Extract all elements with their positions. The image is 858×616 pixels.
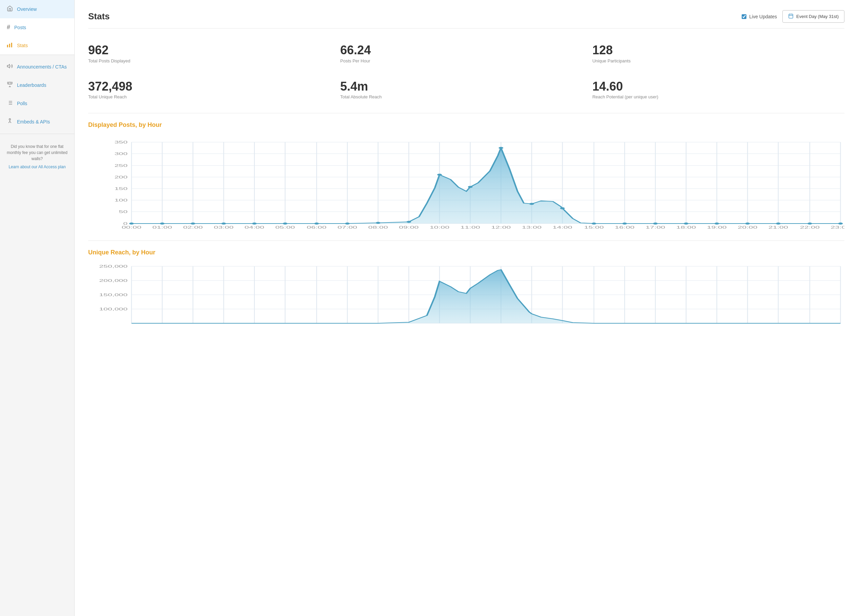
header-controls: Live Updates Event Day (May 31st) [742, 10, 844, 23]
stat-number-total-posts: 962 [88, 44, 330, 57]
live-updates-checkbox[interactable] [742, 14, 746, 19]
sidebar-item-announcements[interactable]: Announcements / CTAs [0, 58, 74, 76]
svg-text:150: 150 [114, 187, 127, 191]
svg-line-12 [8, 121, 10, 123]
polls-icon [7, 100, 13, 107]
svg-point-99 [653, 222, 658, 224]
stat-number-posts-per-hour: 66.24 [340, 44, 582, 57]
stat-number-total-absolute-reach: 5.4m [340, 80, 582, 93]
announcements-icon [7, 63, 13, 70]
svg-point-88 [314, 222, 319, 224]
main-content: Stats Live Updates Event Day (May 31st) … [75, 0, 858, 616]
sidebar-announcements-label: Announcements / CTAs [17, 64, 67, 70]
stat-label-total-posts: Total Posts Displayed [88, 58, 330, 64]
chart2-svg: 250,000 200,000 150,000 100,000 [88, 263, 844, 331]
stat-label-total-unique-reach: Total Unique Reach [88, 94, 330, 100]
sidebar-item-posts[interactable]: # Posts [0, 18, 74, 36]
sidebar-polls-label: Polls [17, 101, 27, 106]
chart-section-2: Unique Reach, by Hour [88, 249, 844, 331]
sidebar-secondary-section: Announcements / CTAs Leaderboards Polls … [0, 55, 74, 177]
live-updates-label[interactable]: Live Updates [742, 14, 777, 19]
stat-total-posts: 962 Total Posts Displayed [88, 37, 340, 70]
event-day-label: Event Day (May 31st) [796, 14, 839, 19]
svg-text:01:00: 01:00 [152, 226, 172, 229]
stat-number-unique-participants: 128 [592, 44, 834, 57]
svg-text:06:00: 06:00 [307, 226, 326, 229]
svg-point-92 [437, 174, 442, 176]
svg-text:20:00: 20:00 [738, 226, 757, 229]
sidebar-item-leaderboards[interactable]: Leaderboards [0, 76, 74, 94]
all-access-link[interactable]: Learn about our All Access plan [7, 164, 67, 170]
svg-text:07:00: 07:00 [337, 226, 357, 229]
svg-text:21:00: 21:00 [768, 226, 788, 229]
svg-text:10:00: 10:00 [430, 226, 449, 229]
svg-text:100,000: 100,000 [99, 307, 127, 311]
svg-point-87 [283, 222, 288, 224]
svg-rect-1 [9, 44, 10, 48]
calendar-icon [788, 13, 794, 20]
stats-icon [7, 42, 13, 49]
sidebar-stats-label: Stats [17, 43, 28, 48]
svg-marker-3 [8, 64, 10, 68]
svg-text:250: 250 [114, 164, 127, 168]
chart-section-1: Displayed Posts, by Hour .grid-line { st… [88, 121, 844, 230]
svg-line-13 [10, 121, 11, 123]
embeds-icon [7, 118, 13, 126]
svg-text:03:00: 03:00 [214, 226, 233, 229]
stat-total-absolute-reach: 5.4m Total Absolute Reach [340, 73, 592, 106]
svg-point-84 [191, 222, 195, 224]
sidebar-promo-text: Did you know that for one flat monthly f… [7, 144, 67, 161]
stat-label-posts-per-hour: Posts Per Hour [340, 58, 582, 64]
event-day-button[interactable]: Event Day (May 31st) [782, 10, 844, 23]
svg-point-98 [622, 222, 627, 224]
svg-text:23:00: 23:00 [830, 226, 844, 229]
svg-point-85 [221, 222, 226, 224]
svg-rect-14 [789, 14, 793, 18]
chart1-svg: .grid-line { stroke: #e0e8f0; stroke-wid… [88, 135, 844, 230]
svg-text:350: 350 [114, 140, 127, 144]
stat-label-total-absolute-reach: Total Absolute Reach [340, 94, 582, 100]
svg-text:22:00: 22:00 [800, 226, 820, 229]
sidebar-item-stats[interactable]: Stats [0, 36, 74, 54]
page-header: Stats Live Updates Event Day (May 31st) [88, 10, 844, 28]
svg-text:250,000: 250,000 [99, 264, 127, 268]
svg-text:04:00: 04:00 [244, 226, 264, 229]
sidebar-embeds-label: Embeds & APIs [17, 119, 50, 124]
svg-text:19:00: 19:00 [707, 226, 727, 229]
svg-rect-0 [7, 45, 8, 48]
sidebar-item-overview[interactable]: Overview [0, 0, 74, 18]
svg-point-105 [838, 222, 843, 224]
svg-point-101 [715, 222, 719, 224]
svg-rect-2 [11, 43, 12, 48]
svg-point-97 [591, 222, 596, 224]
svg-text:100: 100 [114, 198, 127, 202]
chart1-title: Displayed Posts, by Hour [88, 121, 844, 129]
home-icon [7, 5, 13, 13]
sidebar-item-polls[interactable]: Polls [0, 94, 74, 113]
trophy-icon [7, 81, 13, 89]
stat-posts-per-hour: 66.24 Posts Per Hour [340, 37, 592, 70]
svg-point-91 [406, 221, 411, 223]
svg-text:200,000: 200,000 [99, 279, 127, 283]
hash-icon: # [7, 24, 10, 31]
svg-text:13:00: 13:00 [522, 226, 542, 229]
svg-text:05:00: 05:00 [275, 226, 295, 229]
stat-total-unique-reach: 372,498 Total Unique Reach [88, 73, 340, 106]
page-title: Stats [88, 11, 110, 22]
sidebar-overview-label: Overview [17, 6, 37, 12]
svg-text:18:00: 18:00 [676, 226, 696, 229]
stat-label-reach-potential: Reach Potential (per unique user) [592, 94, 834, 100]
sidebar: Overview # Posts Stats Announcements / C… [0, 0, 75, 616]
stat-unique-participants: 128 Unique Participants [592, 37, 844, 70]
svg-text:16:00: 16:00 [615, 226, 634, 229]
svg-text:14:00: 14:00 [552, 226, 572, 229]
sidebar-item-embeds[interactable]: Embeds & APIs [0, 113, 74, 131]
svg-text:150,000: 150,000 [99, 293, 127, 297]
svg-point-82 [129, 222, 134, 224]
svg-point-86 [252, 222, 257, 224]
chart2-title: Unique Reach, by Hour [88, 249, 844, 256]
svg-text:09:00: 09:00 [399, 226, 418, 229]
svg-text:12:00: 12:00 [491, 226, 511, 229]
live-updates-text: Live Updates [749, 14, 777, 19]
svg-text:15:00: 15:00 [584, 226, 604, 229]
